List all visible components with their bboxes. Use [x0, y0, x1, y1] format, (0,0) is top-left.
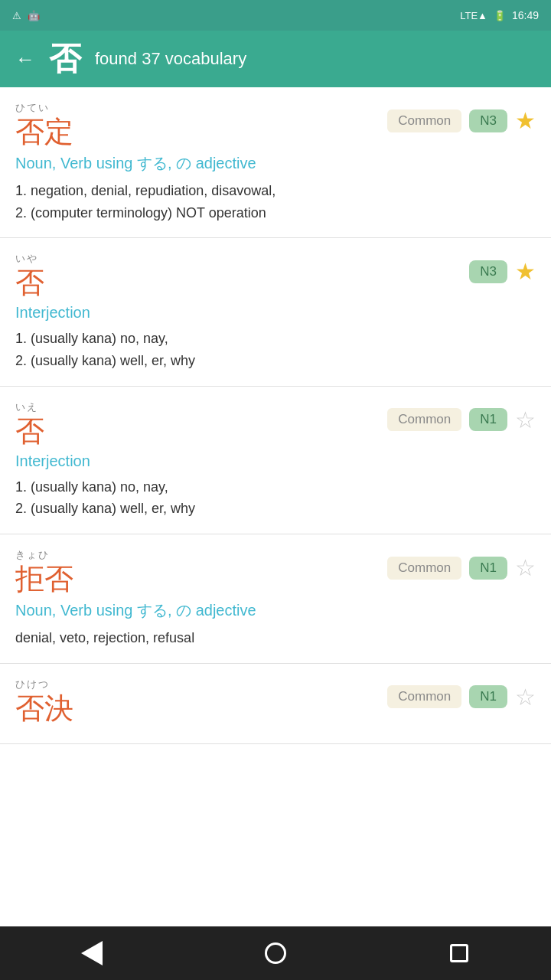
- word-type-3: Noun, Verb using する, の adjective: [15, 600, 536, 621]
- card-header-1: いや 否 N3 ★: [15, 252, 536, 299]
- recents-icon: [450, 944, 468, 962]
- definition-0: 1. negation, denial, repudiation, disavo…: [15, 180, 536, 224]
- badge-common-4: Common: [387, 685, 461, 708]
- back-icon[interactable]: ←: [15, 47, 35, 71]
- header-kanji: 否: [49, 43, 81, 75]
- vocab-list: ひてい 否定 Common N3 ★ Noun, Verb using する, …: [0, 87, 551, 926]
- badge-level-2: N1: [469, 408, 507, 431]
- header-title: found 37 vocabulary: [95, 49, 246, 69]
- card-left-0: ひてい 否定: [15, 101, 73, 149]
- card-right-2: Common N1 ☆: [387, 407, 536, 433]
- warning-icon: ⚠: [12, 10, 21, 21]
- card-right-1: N3 ★: [469, 258, 536, 285]
- star-button-2[interactable]: ☆: [515, 407, 536, 433]
- signal-icon: LTE▲: [460, 10, 487, 21]
- status-bar: ⚠ 🤖 LTE▲ 🔋 16:49: [0, 0, 551, 31]
- kanji-word-1: 否: [15, 267, 44, 299]
- card-left-1: いや 否: [15, 252, 44, 299]
- android-icon: 🤖: [28, 10, 40, 21]
- card-left-4: ひけつ 否決: [15, 678, 73, 725]
- status-left-icons: ⚠ 🤖: [12, 10, 40, 21]
- card-header-2: いえ 否 Common N1 ☆: [15, 400, 536, 448]
- word-type-0: Noun, Verb using する, の adjective: [15, 153, 536, 174]
- kanji-word-0: 否定: [15, 116, 73, 149]
- badge-common-2: Common: [387, 408, 461, 431]
- star-button-4[interactable]: ☆: [515, 684, 536, 710]
- card-right-3: Common N1 ☆: [387, 554, 536, 581]
- badge-common-0: Common: [387, 109, 461, 132]
- definition-1: 1. (usually kana) no, nay,2. (usually ka…: [15, 328, 536, 372]
- badge-level-4: N1: [469, 685, 507, 708]
- star-button-1[interactable]: ★: [515, 258, 536, 285]
- clock: 16:49: [512, 9, 539, 21]
- star-button-3[interactable]: ☆: [515, 554, 536, 581]
- vocab-card-3: きょひ 拒否 Common N1 ☆ Noun, Verb using する, …: [0, 534, 551, 664]
- badge-level-1: N3: [469, 260, 507, 283]
- recents-button[interactable]: [436, 930, 482, 976]
- card-right-4: Common N1 ☆: [387, 684, 536, 710]
- word-type-1: Interjection: [15, 304, 536, 322]
- vocab-card-2: いえ 否 Common N1 ☆ Interjection 1. (usuall…: [0, 387, 551, 534]
- furigana-3: きょひ: [15, 548, 73, 562]
- badge-level-3: N1: [469, 557, 507, 580]
- battery-icon: 🔋: [494, 10, 506, 21]
- vocab-card-0: ひてい 否定 Common N3 ★ Noun, Verb using する, …: [0, 87, 551, 238]
- furigana-1: いや: [15, 252, 44, 266]
- back-icon: [81, 941, 103, 965]
- kanji-word-4: 否決: [15, 693, 73, 725]
- furigana-0: ひてい: [15, 101, 73, 115]
- furigana-2: いえ: [15, 400, 44, 414]
- header: ← 否 found 37 vocabulary: [0, 31, 551, 87]
- card-left-2: いえ 否: [15, 400, 44, 448]
- badge-level-0: N3: [469, 109, 507, 132]
- card-header-3: きょひ 拒否 Common N1 ☆: [15, 548, 536, 596]
- bottom-nav: [0, 926, 551, 980]
- home-icon: [265, 942, 286, 964]
- vocab-card-1: いや 否 N3 ★ Interjection 1. (usually kana)…: [0, 238, 551, 386]
- card-header-4: ひけつ 否決 Common N1 ☆: [15, 678, 536, 725]
- home-button[interactable]: [253, 930, 298, 976]
- definition-2: 1. (usually kana) no, nay,2. (usually ka…: [15, 476, 536, 521]
- star-button-0[interactable]: ★: [515, 107, 536, 134]
- vocab-card-4: ひけつ 否決 Common N1 ☆: [0, 664, 551, 744]
- definition-3: denial, veto, rejection, refusal: [15, 627, 536, 649]
- word-type-2: Interjection: [15, 452, 536, 470]
- card-header-0: ひてい 否定 Common N3 ★: [15, 101, 536, 149]
- card-left-3: きょひ 拒否: [15, 548, 73, 596]
- badge-common-3: Common: [387, 557, 461, 580]
- furigana-4: ひけつ: [15, 678, 73, 691]
- kanji-word-3: 拒否: [15, 564, 73, 596]
- kanji-word-2: 否: [15, 416, 44, 448]
- back-button[interactable]: [69, 930, 115, 976]
- card-right-0: Common N3 ★: [387, 107, 536, 134]
